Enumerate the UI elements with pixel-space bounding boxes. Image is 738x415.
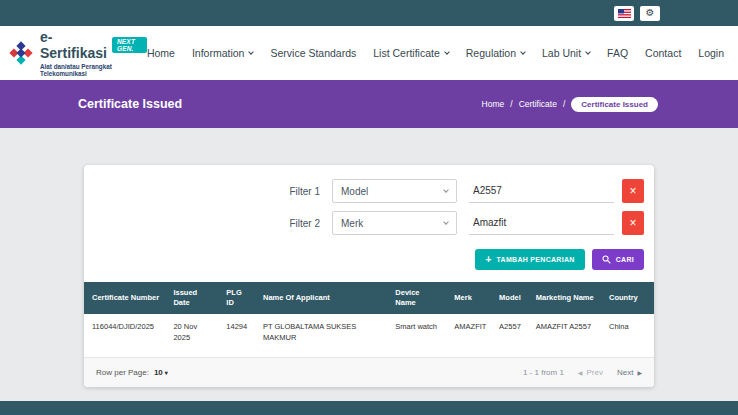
prev-icon: ◀ [578,369,583,376]
cell-merk: AMAZFIT [446,314,491,357]
cell-marketing-name: AMAZFIT A2557 [528,314,601,357]
filter-row-2: Filter 2 Merk × [94,211,644,235]
col-certificate-number: Certificate Number [84,282,165,314]
nav-home-label: Home [147,47,175,59]
nav-contact-label: Contact [645,47,681,59]
table-row[interactable]: 116044/DJID/2025 20 Nov 2025 14294 PT GL… [84,314,654,357]
cell-device-name: Smart watch [387,314,446,357]
col-name-of-applicant: Name Of Applicant [255,282,387,314]
logo-text: e-Sertifikasi NEXT GEN. Alat dan/atau Pe… [40,29,147,77]
filter-row-1: Filter 1 Model × [94,179,644,203]
nav-contact[interactable]: Contact [645,47,681,59]
table-header: Certificate Number Issued Date PLG ID Na… [84,282,654,314]
nav-faq[interactable]: FAQ [607,47,628,59]
cell-name-of-applicant: PT GLOBALTAMA SUKSES MAKMUR [255,314,387,357]
breadcrumb-current: Certificate Issued [571,97,658,112]
content-area: Filter 1 Model × Filter 2 Merk [0,128,738,401]
col-device-name: Device Name [387,282,446,314]
gear-icon: ⚙ [646,8,655,18]
chevron-down-icon [249,49,255,55]
page-banner: Certificate Issued Home / Certificate / … [0,80,738,128]
nav-regulation-label: Regulation [466,47,516,59]
logo[interactable]: e-Sertifikasi NEXT GEN. Alat dan/atau Pe… [8,29,147,77]
next-icon: ▶ [637,369,642,376]
breadcrumb-separator: / [563,99,565,109]
next-label: Next [617,368,633,377]
rows-per-page-value: 10 [154,368,163,377]
close-icon: × [629,185,636,197]
nav-list-certificate[interactable]: List Certificate [373,47,449,59]
nav-information[interactable]: Information [192,47,254,59]
filter2-remove-button[interactable]: × [622,211,644,235]
cari-label: CARI [616,256,634,263]
nav-lab-unit[interactable]: Lab Unit [542,47,590,59]
cari-button[interactable]: CARI [592,249,644,270]
nav-lab-unit-label: Lab Unit [542,47,581,59]
nav-list-certificate-label: List Certificate [373,47,440,59]
prev-label: Prev [586,368,602,377]
cell-certificate-number: 116044/DJID/2025 [84,314,165,357]
cell-issued-date: 20 Nov 2025 [165,314,218,357]
nav-home[interactable]: Home [147,47,175,59]
search-card: Filter 1 Model × Filter 2 Merk [84,165,654,387]
rows-per-page-label: Row per Page: [96,368,149,377]
filter1-value-input[interactable] [469,179,614,203]
filter2-field-select[interactable]: Merk [332,211,457,235]
page-title: Certificate Issued [78,97,182,111]
actions-row: + TAMBAH PENCARIAN CARI [94,249,644,270]
breadcrumb: Home / Certificate / Certificate Issued [482,97,658,112]
plus-icon: + [485,255,491,265]
prev-button[interactable]: ◀ Prev [578,368,603,377]
nav-regulation[interactable]: Regulation [466,47,525,59]
filter1-field-value: Model [341,186,368,197]
topbar: ⚙ [0,0,738,26]
nav-login[interactable]: Login [698,47,724,59]
close-icon: × [629,217,636,229]
filter1-remove-button[interactable]: × [622,179,644,203]
tambah-pencarian-label: TAMBAH PENCARIAN [497,256,575,263]
nav-service-standards[interactable]: Service Standards [270,47,356,59]
cell-model: A2557 [491,314,528,357]
table-footer: Row per Page: 10 ▾ 1 - 1 from 1 ◀ Prev N… [84,357,654,387]
cell-plg-id: 14294 [218,314,255,357]
us-flag-icon [618,9,631,18]
cell-country: China [601,314,654,357]
col-plg-id: PLG ID [218,282,255,314]
col-issued-date: Issued Date [165,282,218,314]
col-merk: Merk [446,282,491,314]
pagination: 1 - 1 from 1 ◀ Prev Next ▶ [523,368,642,377]
col-marketing-name: Marketing Name [528,282,601,314]
rows-per-page: Row per Page: 10 ▾ [96,368,168,377]
main-nav: Home Information Service Standards List … [147,47,724,59]
chevron-down-icon [520,49,526,55]
filter2-value-input[interactable] [469,211,614,235]
page: ⚙ e-Sertifikasi NEXT GEN. Alat dan/atau … [0,0,738,415]
tambah-pencarian-button[interactable]: + TAMBAH PENCARIAN [475,249,584,270]
col-model: Model [491,282,528,314]
breadcrumb-certificate[interactable]: Certificate [519,99,557,109]
logo-title: e-Sertifikasi [40,29,107,61]
breadcrumb-separator: / [510,99,512,109]
breadcrumb-home[interactable]: Home [482,99,505,109]
results-table: Certificate Number Issued Date PLG ID Na… [84,282,654,357]
language-flag-button[interactable] [614,6,634,21]
chevron-down-icon [585,49,591,55]
next-button[interactable]: Next ▶ [617,368,642,377]
col-country: Country [601,282,654,314]
chevron-down-icon [443,219,449,225]
settings-gear-button[interactable]: ⚙ [640,6,660,21]
nav-service-standards-label: Service Standards [270,47,356,59]
header: e-Sertifikasi NEXT GEN. Alat dan/atau Pe… [0,26,738,80]
filter1-field-select[interactable]: Model [332,179,457,203]
nav-faq-label: FAQ [607,47,628,59]
chevron-down-icon [443,187,449,193]
filter1-label: Filter 1 [289,186,320,197]
footer-bar [0,401,738,415]
rows-per-page-select[interactable]: 10 ▾ [154,368,168,377]
pagination-range: 1 - 1 from 1 [523,368,564,377]
chevron-down-icon [444,49,450,55]
filter2-label: Filter 2 [289,218,320,229]
filters-section: Filter 1 Model × Filter 2 Merk [84,165,654,270]
search-icon [602,255,611,264]
logo-badge: NEXT GEN. [112,37,147,53]
